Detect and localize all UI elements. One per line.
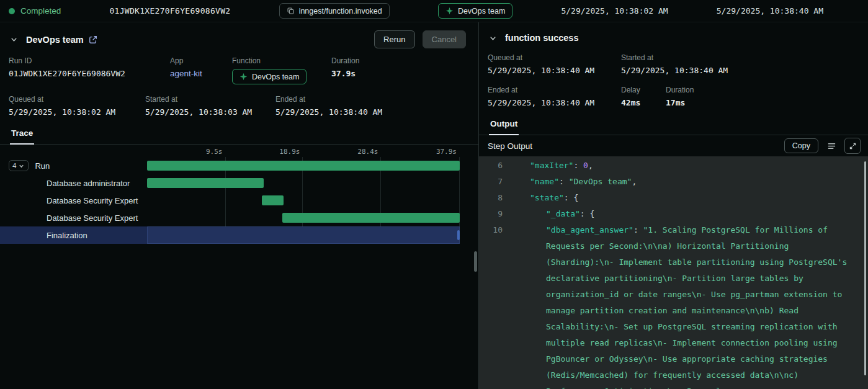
code-line-text: "dba_agent_answer": "1. Scaling PostgreS… xyxy=(514,222,868,389)
field-value: 17ms xyxy=(666,98,694,107)
status-dot-icon xyxy=(9,8,15,14)
field-value: 5/29/2025, 10:38:40 AM xyxy=(488,66,614,75)
run-fields-row-2: Queued at 5/29/2025, 10:38:02 AM Started… xyxy=(0,95,478,117)
step-details-panel: function success Queued at 5/29/2025, 10… xyxy=(479,22,868,389)
line-number: 8 xyxy=(479,190,503,206)
event-type-icon xyxy=(287,7,295,15)
field-function: Function DevOps team xyxy=(232,56,331,84)
rerun-button[interactable]: Rerun xyxy=(374,30,414,48)
event-badge[interactable]: inngest/function.invoked xyxy=(279,3,390,19)
output-toolbar: Step Output Copy xyxy=(479,135,868,156)
depth-selector[interactable]: 4 xyxy=(9,160,29,171)
field-value: 5/29/2025, 10:38:03 AM xyxy=(145,107,268,117)
trace-row[interactable]: Finalization xyxy=(0,226,460,244)
trace-ticks: 9.5s18.9s28.4s37.9s xyxy=(147,145,460,157)
field-label: Run ID xyxy=(9,56,163,65)
wrap-toggle-button[interactable] xyxy=(823,138,839,154)
main-split: DevOps team Rerun Cancel Run ID 01JWDK1X… xyxy=(0,22,868,389)
output-title: Step Output xyxy=(488,141,532,151)
function-badge[interactable]: DevOps team xyxy=(232,69,306,84)
trace-rows: 4RunDatabase administratorDatabase Secur… xyxy=(0,157,478,244)
run-status-bar: Completed 01JWDK1XE270F6YE69086VW2 innge… xyxy=(0,0,868,22)
trace-row-label-cell: Database Security Expert xyxy=(0,209,147,226)
trace-row[interactable]: 4Run xyxy=(0,157,460,174)
trace-span-bar[interactable] xyxy=(147,161,460,171)
trace-span-bar[interactable] xyxy=(147,178,264,188)
trace-waterfall: 9.5s18.9s28.4s37.9s 4RunDatabase adminis… xyxy=(0,145,478,244)
code-line: 6"maxIter": 0, xyxy=(479,158,868,174)
field-label: Queued at xyxy=(9,95,138,104)
field-label: Queued at xyxy=(488,53,614,62)
code-line-text: "name": "DevOps team", xyxy=(514,174,868,190)
code-line-text: "state": { xyxy=(514,190,868,206)
tab-trace[interactable]: Trace xyxy=(10,126,34,145)
tick-label: 28.4s xyxy=(357,148,378,156)
tab-output[interactable]: Output xyxy=(489,117,519,135)
code-line: 7"name": "DevOps team", xyxy=(479,174,868,190)
trace-span-bar[interactable] xyxy=(282,213,460,223)
status-label: Completed xyxy=(20,6,61,16)
cancel-button[interactable]: Cancel xyxy=(423,30,466,48)
chevron-down-icon xyxy=(9,35,19,44)
left-panel-scrollbar[interactable] xyxy=(474,251,477,272)
line-number: 6 xyxy=(479,158,503,174)
step-tabs: Output xyxy=(479,117,868,135)
output-scrollbar[interactable] xyxy=(864,161,866,375)
trace-row-name: Run xyxy=(35,161,50,171)
trace-row[interactable]: Database Security Expert xyxy=(0,209,460,226)
external-link-icon[interactable] xyxy=(89,35,97,44)
trace-row-name: Database Security Expert xyxy=(47,196,138,205)
code-line: 10"dba_agent_answer": "1. Scaling Postgr… xyxy=(479,222,868,389)
event-badge-label: inngest/function.invoked xyxy=(299,7,382,16)
run-details-panel: DevOps team Rerun Cancel Run ID 01JWDK1X… xyxy=(0,22,479,389)
trace-row-name: Database Security Expert xyxy=(47,213,138,223)
output-actions: Copy xyxy=(784,138,861,154)
field-ended-at: Ended at 5/29/2025, 10:38:40 AM xyxy=(488,86,621,107)
app-link[interactable]: agent-kit xyxy=(170,69,202,78)
field-value: 5/29/2025, 10:38:40 AM xyxy=(488,98,614,107)
tick-label: 37.9s xyxy=(436,148,457,156)
field-value: 5/29/2025, 10:38:02 AM xyxy=(9,107,138,117)
trace-row-track xyxy=(147,157,460,174)
trace-row[interactable]: Database administrator xyxy=(0,174,460,192)
collapse-step-button[interactable] xyxy=(485,30,500,45)
trace-span-bar[interactable] xyxy=(262,195,284,205)
code-lines: 6"maxIter": 0,7"name": "DevOps team",8"s… xyxy=(479,158,868,389)
code-line: 8"state": { xyxy=(479,190,868,206)
function-badge[interactable]: DevOps team xyxy=(438,3,512,19)
sparkle-icon xyxy=(239,73,248,81)
run-actions: Rerun Cancel xyxy=(374,30,466,48)
trace-span-bar[interactable] xyxy=(457,230,460,240)
field-label: Duration xyxy=(331,56,359,65)
chevron-down-icon xyxy=(18,163,25,169)
field-label: Started at xyxy=(621,53,728,62)
trace-body: 4RunDatabase administratorDatabase Secur… xyxy=(0,157,478,244)
code-line: 9"_data": { xyxy=(479,206,868,222)
field-value: 42ms xyxy=(621,98,658,107)
run-queued-time: 5/29/2025, 10:38:02 AM xyxy=(561,6,668,16)
trace-row-track xyxy=(147,192,460,209)
copy-button[interactable]: Copy xyxy=(784,138,818,153)
field-label: Started at xyxy=(145,95,268,104)
collapse-run-button[interactable] xyxy=(6,32,21,47)
expand-output-button[interactable] xyxy=(844,138,861,154)
step-fields-row-2: Ended at 5/29/2025, 10:38:40 AM Delay 42… xyxy=(479,86,868,107)
field-label: Ended at xyxy=(275,95,382,104)
trace-row[interactable]: Database Security Expert xyxy=(0,192,460,209)
step-output-code[interactable]: 6"maxIter": 0,7"name": "DevOps team",8"s… xyxy=(479,156,868,389)
run-ended-time: 5/29/2025, 10:38:40 AM xyxy=(717,6,823,16)
function-badge-label: DevOps team xyxy=(458,7,505,16)
run-panel-header: DevOps team Rerun Cancel xyxy=(0,22,478,54)
field-queued-at: Queued at 5/29/2025, 10:38:02 AM xyxy=(9,95,145,117)
step-title: function success xyxy=(505,33,578,43)
trace-row-track xyxy=(147,174,460,192)
run-title: DevOps team xyxy=(26,35,84,45)
trace-row-track xyxy=(147,209,460,226)
field-duration: Duration 17ms xyxy=(666,86,701,107)
sparkle-icon xyxy=(445,7,454,15)
field-queued-at: Queued at 5/29/2025, 10:38:40 AM xyxy=(488,53,621,75)
field-delay: Delay 42ms xyxy=(621,86,666,107)
step-fields-row-1: Queued at 5/29/2025, 10:38:40 AM Started… xyxy=(479,53,868,75)
field-label: App xyxy=(170,56,225,65)
field-value: 5/29/2025, 10:38:40 AM xyxy=(275,107,382,117)
